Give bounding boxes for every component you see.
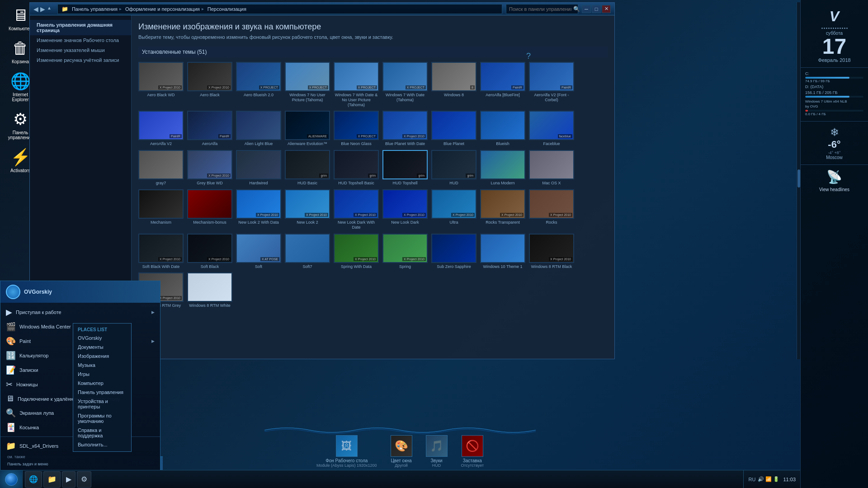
taskbar-media[interactable]: ▶ — [62, 471, 75, 488]
forward-button[interactable]: ▶ — [40, 5, 45, 13]
theme-item-win7-date2[interactable]: X PROJECTWindows 7 With Date (Tahoma) — [382, 62, 428, 107]
wallpaper-item[interactable]: 🖼 Фон Рабочего стола Module (Abyss Lapis… — [316, 435, 377, 468]
theme-item-mechanism[interactable]: Mechanism — [138, 189, 184, 230]
start-button[interactable] — [0, 470, 23, 488]
theme-item-newlook-dark[interactable]: X Project 2010New Look Dark — [382, 189, 428, 230]
theme-item-hud-topshell-basic[interactable]: grimHUD Topshell Basic — [334, 150, 379, 186]
rss-widget[interactable]: 📡 View headlines — [801, 165, 868, 197]
theme-item-hud-basic[interactable]: grimHUD Basic — [285, 150, 330, 186]
theme-item-faceblue[interactable]: faceblueFaceblue — [529, 111, 574, 146]
help-button[interactable]: ? — [522, 49, 535, 63]
sm-item-start[interactable]: ▶ Приступая к работе ▶ — [0, 305, 160, 319]
theme-item-mechanism-bonus[interactable]: Mechanism-bonus — [187, 189, 232, 230]
activators-icon: ⚡ — [11, 148, 29, 166]
theme-label-newlook2: New Look 2 — [297, 220, 318, 225]
place-docs[interactable]: Документы — [73, 343, 131, 352]
place-help[interactable]: Справка и поддержка — [73, 426, 131, 440]
drive-windows: Windows 7 Ultim x64 NLBby OVG 0.0 ГБ / 4… — [805, 99, 863, 116]
place-control-panel[interactable]: Панель управления — [73, 388, 131, 397]
theme-item-aero-blueish[interactable]: X PROJECTAero Blueish 2.0 — [236, 62, 281, 107]
theme-item-sub-zero[interactable]: Sub Zero Sapphire — [431, 234, 476, 269]
close-button[interactable]: ✕ — [602, 5, 611, 13]
theme-item-aero-black[interactable]: X Project 2010Aero Black — [187, 62, 232, 107]
theme-thumb-blue-planet-date: X Project 2010 — [382, 111, 428, 140]
sounds-icon: 🎵 — [426, 435, 448, 457]
theme-thumb-aeroalfa2: PaintR — [187, 111, 232, 140]
theme-item-aeroalfa[interactable]: PaintRAeroAlfa [BlueFire] — [480, 62, 525, 107]
theme-item-soft-black-data[interactable]: X Project 2010Soft Black With Date — [138, 234, 184, 269]
theme-item-macos[interactable]: Mac OS X — [529, 150, 574, 186]
theme-item-rocks-transparent[interactable]: X Project 2010Rocks Transparent — [480, 189, 525, 230]
back-button[interactable]: ◀ — [33, 5, 38, 13]
theme-label-blue-planet: Blue Planet — [443, 141, 464, 146]
left-panel-item-cursors[interactable]: Изменение указателей мыши — [30, 45, 131, 55]
theme-item-blue-neon[interactable]: X PROJECTBlue Neon Glass — [334, 111, 379, 146]
place-games[interactable]: Игры — [73, 370, 131, 379]
theme-item-grey-blue[interactable]: X Project 2010Grey Blue WD — [187, 150, 232, 186]
search-bar[interactable]: 🔍 — [506, 4, 578, 14]
left-panel-item-icons[interactable]: Изменение значков Рабочего стола — [30, 35, 131, 45]
theme-thumb-win8rtm-black: X Project 2010 — [529, 234, 574, 263]
theme-item-win7-nopic[interactable]: X PROJECTWindows 7 No User Picture (Taho… — [285, 62, 330, 107]
theme-item-soft-black[interactable]: X Project 2010Soft Black — [187, 234, 232, 269]
theme-item-win10[interactable]: Windows 10 Theme 1 — [480, 234, 525, 269]
window-scrollbar[interactable] — [797, 2, 800, 359]
theme-item-alien-light[interactable]: Alien Light Blue — [236, 111, 281, 146]
theme-item-newlook2-data[interactable]: X Project 2010New Look 2 With Data — [236, 189, 281, 230]
content-area[interactable]: ? Изменение изображения и звука на компь… — [132, 15, 614, 359]
taskbar-ie[interactable]: 🌐 — [25, 471, 42, 488]
maximize-button[interactable]: □ — [592, 5, 601, 13]
minimize-button[interactable]: ─ — [582, 5, 591, 13]
theme-item-blueish[interactable]: Blueish — [480, 111, 525, 146]
screensaver-item[interactable]: 🚫 Заставка Отсутствует — [461, 435, 484, 468]
place-devices[interactable]: Устройства и принтеры — [73, 397, 131, 411]
taskbar-explorer[interactable]: 📁 — [43, 471, 61, 488]
sm-see-more[interactable]: см. также — [0, 453, 160, 460]
scrollbar-thumb[interactable] — [797, 169, 800, 188]
theme-badge-aero-black-wd: X Project 2010 — [158, 85, 182, 89]
search-input[interactable] — [509, 6, 571, 12]
theme-item-alienware[interactable]: ALIENWAREAlienware Evolution™ — [285, 111, 330, 146]
theme-item-win7-date[interactable]: X PROJECTWindows 7 With Date & No User P… — [334, 62, 379, 107]
sounds-item[interactable]: 🎵 Звуки HUD — [426, 435, 448, 468]
address-bar[interactable]: 📁 Панель управления ▸ Оформление и персо… — [57, 4, 502, 14]
theme-item-hardwired[interactable]: Hardwired — [236, 150, 281, 186]
content-title: Изменение изображения и звука на компьют… — [138, 22, 608, 32]
place-default-programs[interactable]: Программы по умолчанию — [73, 411, 131, 426]
theme-item-rocks[interactable]: X Project 2010Rocks — [529, 189, 574, 230]
calc-icon: 🔢 — [6, 351, 16, 361]
theme-item-newlook2[interactable]: X Project 2010New Look 2 — [285, 189, 330, 230]
theme-item-aeroalfa2[interactable]: PaintRAeroAlfa — [187, 111, 232, 146]
theme-item-spring-data[interactable]: X Project 2010Spring With Data — [334, 234, 379, 269]
theme-item-ultra[interactable]: X Project 2010Ultra — [431, 189, 476, 230]
theme-item-aeroalfa-v2[interactable]: PaintRAeroAlfa V2 (Font - Corbel) — [529, 62, 574, 107]
theme-item-spring[interactable]: X Project 2010Spring — [382, 234, 428, 269]
place-computer[interactable]: Компьютер — [73, 379, 131, 388]
theme-item-newlook-dark-data[interactable]: X Project 2010New Look Dark With Date — [334, 189, 379, 230]
theme-item-blue-planet[interactable]: Blue Planet — [431, 111, 476, 146]
theme-label-mechanism: Mechanism — [151, 220, 171, 225]
theme-item-hud[interactable]: grimHUD — [431, 150, 476, 186]
theme-item-gray7[interactable]: gray7 — [138, 150, 184, 186]
theme-item-hud-topshell[interactable]: grimHUD Topshell — [382, 150, 428, 186]
theme-item-win8rtm-black[interactable]: X Project 2010Windows 8 RTM Black — [529, 234, 574, 269]
place-images[interactable]: Изображения — [73, 352, 131, 361]
place-music[interactable]: Музыка — [73, 361, 131, 370]
theme-item-soft7[interactable]: Soft7 — [285, 234, 330, 269]
theme-label-soft-black: Soft Black — [201, 264, 219, 269]
theme-item-aero-black-wd[interactable]: X Project 2010Aero Black WD — [138, 62, 184, 107]
theme-item-win8rtm-white[interactable]: Windows 8 RTM White — [187, 272, 232, 308]
color-item[interactable]: 🎨 Цвет окна Другой — [391, 435, 412, 468]
left-panel-item-account[interactable]: Изменение рисунка учётной записи — [30, 55, 131, 65]
sm-panel-tasks[interactable]: Панель задач и меню — [0, 460, 160, 468]
theme-item-luna-modern[interactable]: Luna Modern — [480, 150, 525, 186]
theme-item-soft[interactable]: X AT POSESoft — [236, 234, 281, 269]
theme-item-win8[interactable]: 8Windows 8 — [431, 62, 476, 107]
theme-item-blue-planet-date[interactable]: X Project 2010Blue Planet With Date — [382, 111, 428, 146]
up-button[interactable]: ▲ — [47, 5, 52, 13]
place-ovgorskiy[interactable]: OVGorskiy — [73, 333, 131, 343]
taskbar-control[interactable]: ⚙ — [77, 471, 91, 488]
theme-item-aeroalfa-v2b[interactable]: PaintRAeroAlfa V2 — [138, 111, 184, 146]
theme-label-hud-topshell-basic: HUD Topshell Basic — [338, 181, 374, 186]
place-run[interactable]: Выполнить... — [73, 440, 131, 449]
